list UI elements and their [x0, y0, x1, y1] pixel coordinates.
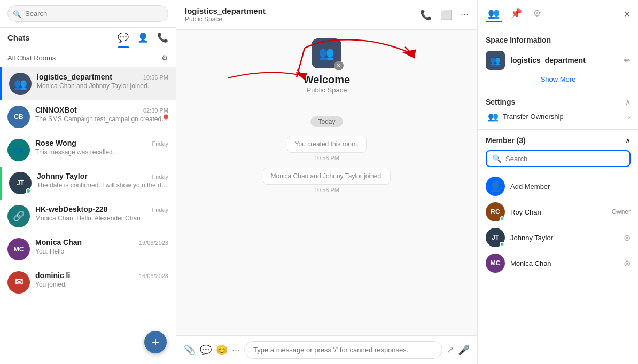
show-more-button[interactable]: Show More: [486, 75, 631, 83]
settings-row[interactable]: Settings ∧: [486, 98, 631, 106]
list-item[interactable]: CB CINNOXBot 02:30 PM The SMS Campaign t…: [0, 100, 176, 133]
chat-name: logistics_department: [37, 73, 112, 81]
chat-preview: You: Hello: [35, 248, 168, 255]
filter-icon[interactable]: ⚙: [161, 53, 168, 62]
member-avatar: JT: [486, 228, 505, 247]
remove-member-button[interactable]: ⊗: [624, 233, 631, 243]
attachment-icon[interactable]: 📎: [184, 344, 196, 356]
members-tab[interactable]: 👥: [486, 5, 502, 22]
search-bar: 🔍: [0, 0, 176, 28]
online-indicator: [26, 188, 31, 194]
member-search-box[interactable]: 🔍: [486, 150, 631, 167]
chat-time: Friday: [152, 140, 168, 147]
list-item[interactable]: ✉ dominic li 16/06/2023 You joined.: [0, 266, 176, 299]
phone-tab-icon[interactable]: 📞: [157, 32, 168, 43]
avatar: MC: [7, 238, 30, 260]
list-item[interactable]: MC Monica Chan 19/06/2023 You: Hello: [0, 233, 176, 266]
pin-tab[interactable]: 📌: [508, 5, 524, 22]
chat-header-name: logistics_department: [185, 6, 414, 15]
more-options-icon[interactable]: ···: [461, 9, 469, 21]
chat-time: 16/06/2023: [139, 273, 168, 279]
close-panel-button[interactable]: ✕: [624, 9, 631, 19]
chat-preview: The date is confirmed. I will show yo u …: [37, 181, 168, 189]
transfer-ownership-row[interactable]: 👥 Transfer Ownership ›: [486, 106, 631, 123]
chat-list: 👥 logistics_department 10:56 PM Monica C…: [0, 67, 176, 364]
chat-name: CINNOXBot: [35, 106, 77, 114]
date-separator: Today: [310, 116, 343, 127]
list-item[interactable]: 🔗 HK-webDesktop-228 Friday Monica Chan: …: [0, 200, 176, 233]
remove-member-button[interactable]: ⊗: [624, 258, 631, 268]
welcome-subtitle: Public Space: [307, 86, 347, 94]
chat-header: logistics_department Public Space 📞 ⬜ ··…: [176, 0, 477, 30]
sidebar: 🔍 Chats 💬 👤 📞 All Chat Rooms ⚙ 👥 logisti…: [0, 0, 176, 364]
chat-name: HK-webDesktop-228: [35, 205, 107, 213]
section-header: All Chat Rooms ⚙: [0, 48, 176, 67]
space-info-section: Space Information 👥 logistics_department…: [478, 28, 638, 91]
chat-time: Friday: [152, 207, 168, 213]
list-item[interactable]: JT Johnny Taylor Friday The date is conf…: [0, 167, 176, 200]
list-item[interactable]: CX Rose Wong Friday This message was rec…: [0, 133, 176, 167]
chat-time: 02:30 PM: [143, 107, 168, 114]
welcome-title: Welcome: [304, 74, 350, 86]
chat-preview: You joined.: [35, 281, 168, 288]
member-avatar: MC: [486, 254, 505, 273]
emoji-icon[interactable]: 😊: [216, 344, 228, 356]
members-header[interactable]: Member (3) ∧: [486, 136, 631, 145]
member-row: MC Monica Chan ⊗: [486, 250, 631, 276]
members-collapse-icon: ∧: [625, 136, 631, 145]
phone-call-icon[interactable]: 📞: [420, 9, 432, 21]
system-time: 10:56 PM: [314, 187, 339, 193]
chat-name: Johnny Taylor: [37, 172, 88, 180]
space-info-title: Space Information: [486, 36, 631, 44]
chat-header-subtitle: Public Space: [185, 15, 414, 23]
member-search-icon: 🔍: [492, 154, 501, 163]
template-icon[interactable]: 💬: [200, 344, 212, 356]
unread-dot: [164, 115, 168, 120]
settings-chevron-icon: ∧: [625, 98, 631, 106]
contacts-tab-icon[interactable]: 👤: [137, 32, 149, 43]
chat-name: dominic li: [35, 271, 70, 280]
edit-icon[interactable]: ✏: [624, 56, 631, 65]
system-time: 10:56 PM: [314, 155, 339, 161]
member-name: Johnny Taylor: [510, 234, 618, 242]
list-item[interactable]: 👥 logistics_department 10:56 PM Monica C…: [0, 67, 176, 100]
member-search-input[interactable]: [505, 155, 624, 163]
welcome-avatar: 👥 ✕: [312, 38, 341, 68]
members-title: Member (3): [486, 136, 526, 145]
chat-tab-icon[interactable]: 💬: [118, 32, 129, 43]
new-chat-button[interactable]: +: [144, 331, 167, 353]
right-panel: 👥 📌 ⚙ ✕ Space Information 👥 logistics_de…: [478, 0, 638, 364]
search-icon: 🔍: [13, 10, 21, 18]
chat-main: logistics_department Public Space 📞 ⬜ ··…: [176, 0, 478, 364]
add-member-icon: 👤: [486, 177, 505, 196]
transfer-chevron-icon: ›: [628, 113, 631, 121]
video-icon[interactable]: ⬜: [440, 9, 452, 21]
more-input-icon[interactable]: ···: [232, 344, 240, 355]
search-input[interactable]: [7, 5, 168, 22]
expand-icon[interactable]: ⤢: [447, 345, 454, 355]
chats-tab-label[interactable]: Chats: [7, 33, 30, 46]
section-title: All Chat Rooms: [7, 54, 56, 62]
right-panel-header: 👥 📌 ⚙ ✕: [478, 0, 638, 28]
chat-name: Monica Chan: [35, 238, 82, 247]
member-role: Owner: [612, 208, 631, 216]
chat-preview: Monica Chan and Johnny Taylor joined.: [37, 82, 168, 90]
message-input[interactable]: [244, 341, 442, 359]
add-member-button[interactable]: 👤 Add Member: [486, 173, 631, 199]
member-name: Monica Chan: [510, 259, 618, 267]
transfer-label: Transfer Ownership: [503, 113, 624, 121]
system-message: You created this room.: [287, 136, 367, 153]
avatar-badge: ✕: [334, 61, 344, 70]
avatar: JT: [9, 172, 32, 194]
chat-time: 10:56 PM: [143, 74, 168, 81]
add-member-label: Add Member: [510, 183, 550, 191]
voice-icon[interactable]: 🎤: [458, 344, 470, 356]
settings-label: Settings: [486, 98, 515, 106]
chat-time: Friday: [152, 173, 168, 180]
tab-bar: Chats 💬 👤 📞: [0, 28, 176, 48]
settings-section: Settings ∧ 👥 Transfer Ownership ›: [478, 91, 638, 130]
space-name: logistics_department: [510, 56, 619, 65]
settings-tab[interactable]: ⚙: [531, 5, 543, 22]
avatar: 🔗: [7, 205, 30, 227]
space-avatar: 👥: [486, 51, 505, 70]
